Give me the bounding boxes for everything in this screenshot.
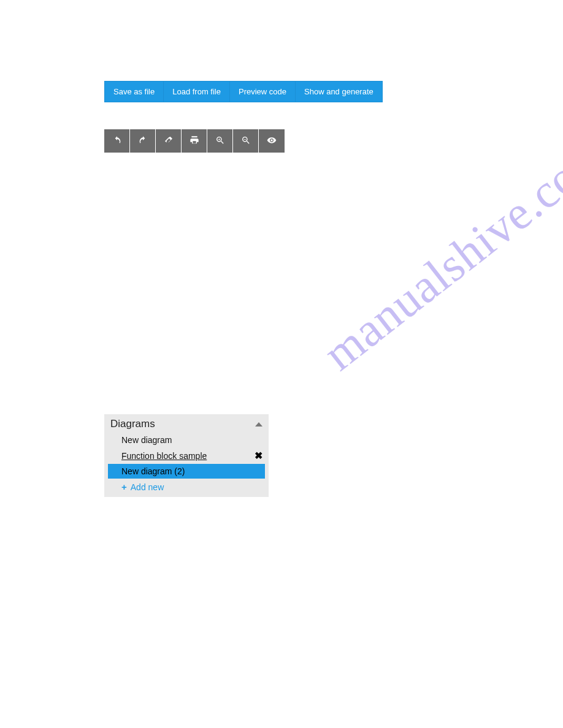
diagrams-panel-header[interactable]: Diagrams (104, 414, 269, 433)
eraser-icon (164, 135, 174, 147)
view-button[interactable] (259, 129, 285, 153)
undo-icon (112, 135, 122, 147)
redo-button[interactable] (130, 129, 156, 153)
eye-icon (267, 135, 277, 147)
zoom-in-button[interactable] (207, 129, 233, 153)
add-new-label: Add new (131, 482, 164, 492)
add-new-diagram-button[interactable]: + Add new (104, 479, 269, 497)
close-icon[interactable]: ✖ (255, 450, 262, 461)
save-as-file-button[interactable]: Save as file (105, 82, 164, 102)
diagrams-panel: Diagrams New diagram Function block samp… (104, 414, 269, 497)
undo-button[interactable] (104, 129, 130, 153)
zoom-out-icon (241, 135, 251, 147)
diagram-item-label: Function block sample (121, 451, 207, 461)
preview-code-button[interactable]: Preview code (230, 82, 296, 102)
show-and-generate-button[interactable]: Show and generate (296, 82, 382, 102)
diagram-item[interactable]: Function block sample ✖ (104, 447, 269, 464)
diagram-item[interactable]: New diagram (104, 433, 269, 447)
diagram-item-label: New diagram (121, 435, 172, 445)
diagram-item-label: New diagram (2) (121, 466, 185, 476)
zoom-in-icon (215, 135, 225, 147)
diagrams-panel-title: Diagrams (110, 418, 155, 430)
print-icon (190, 135, 199, 147)
icon-toolbar (104, 129, 383, 153)
print-button[interactable] (182, 129, 207, 153)
load-from-file-button[interactable]: Load from file (164, 82, 230, 102)
plus-icon: + (121, 482, 127, 492)
eraser-button[interactable] (156, 129, 182, 153)
diagram-item-selected[interactable]: New diagram (2) (108, 464, 265, 479)
primary-toolbar: Save as file Load from file Preview code… (104, 81, 383, 102)
collapse-icon (255, 422, 262, 427)
zoom-out-button[interactable] (233, 129, 259, 153)
redo-icon (138, 135, 148, 147)
